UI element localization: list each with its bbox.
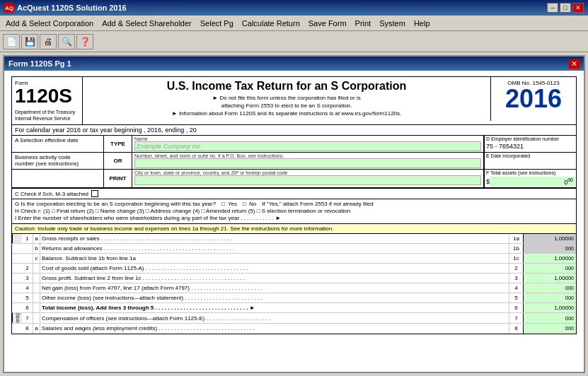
minimize-button[interactable]: – [547, 3, 558, 13]
income-row: 6Total income (loss). Add lines 3 throug… [12, 303, 576, 313]
maximize-button[interactable]: □ [560, 3, 571, 13]
e-section: E Date incorporated [484, 153, 576, 169]
question-g-row: G Is the corporation electing to be an S… [15, 201, 573, 207]
name-row-2: Business activity codenumber (see instru… [12, 153, 576, 170]
check-c-row: C Check if Sch. M-3 attached [11, 189, 577, 199]
question-i-row: I Enter the number of shareholders who w… [15, 215, 573, 221]
income-row: cBalance. Subtract line 1b from line 1a1… [12, 254, 576, 264]
income-amount[interactable]: 000 [523, 293, 576, 302]
name-input[interactable] [134, 141, 481, 151]
caution-box: Caution: Include only trade or business … [11, 224, 577, 234]
form-header-right: OMB No. 1545-0123 2016 [491, 77, 576, 114]
menu-help[interactable]: Help [410, 18, 434, 29]
f-section: F Total assets (see instructions) $ 000 [484, 170, 576, 187]
form-subtitle: ► Do not file this form unless the corpo… [88, 94, 485, 118]
toolbar-print[interactable]: 🖨 [40, 34, 57, 49]
form-header-left: Form 1120S Department of the TreasuryInt… [12, 77, 83, 124]
type-label: TYPE [110, 141, 125, 147]
menu-calculate-return[interactable]: Calculate Return [238, 18, 304, 29]
income-section-label [12, 234, 22, 243]
income-amount[interactable]: 000 [523, 244, 576, 253]
year-display: 2016 [494, 86, 573, 112]
name-row-1: A Selection effective date TYPE Name D E… [12, 136, 576, 153]
income-table: 1aGross receipts or sales . . . . . . . … [11, 234, 577, 334]
income-amount[interactable]: 1,00000 [523, 303, 576, 312]
income-row: 1aGross receipts or sales . . . . . . . … [12, 234, 576, 244]
menu-save-form[interactable]: Save Form [304, 18, 351, 29]
toolbar-help[interactable]: ❓ [76, 34, 93, 49]
menu-add-corporation[interactable]: Add & Select Corporation [1, 18, 98, 29]
street-container: Number, street, and room or suite no. If… [132, 153, 484, 169]
print-label: PRINT [104, 170, 132, 187]
income-row: ons)7Compensation of officers (see instr… [12, 313, 576, 324]
street-input[interactable] [134, 158, 481, 168]
ein-value: 75 - 7654321 [485, 142, 576, 151]
form-main-title: U.S. Income Tax Return for an S Corporat… [88, 80, 485, 93]
form-window: Form 1120S Pg 1 ✕ Form 1120S Department … [3, 55, 585, 373]
income-amount[interactable]: 1,00000 [523, 234, 576, 243]
form-header-center: U.S. Income Tax Return for an S Corporat… [83, 77, 491, 121]
section-a-label: A Selection effective date [12, 136, 104, 152]
title-bar: AQ AcQuest 1120S Solution 2016 – □ ✕ [0, 0, 588, 16]
name-row-3: PRINT City or town, state or province, c… [12, 170, 576, 188]
income-amount[interactable]: 1,00000 [523, 254, 576, 263]
f-label: F Total assets (see instructions) [485, 170, 576, 176]
total-assets: 000 [490, 177, 575, 187]
income-row: 3Gross profit. Subtract line 2 from line… [12, 274, 576, 283]
name-input-container: Name [132, 136, 484, 152]
income-amount[interactable]: 000 [523, 264, 576, 273]
menu-system[interactable]: System [375, 18, 410, 29]
street-label: Number, street, and room or suite no. If… [134, 153, 481, 158]
name-section: A Selection effective date TYPE Name D E… [11, 136, 577, 189]
app-title: AcQuest 1120S Solution 2016 [17, 4, 127, 12]
income-row: 4Net gain (loss) from Form 4797, line 17… [12, 283, 576, 293]
questions-section: G Is the corporation electing to be an S… [11, 199, 577, 224]
or-label: OR [104, 153, 132, 169]
close-button[interactable]: ✕ [572, 3, 584, 13]
city-input[interactable] [134, 175, 481, 185]
city-container: City or town, state or province, country… [132, 170, 484, 187]
menu-bar: Add & Select Corporation Add & Select Sh… [0, 16, 588, 31]
form-number: 1120S [15, 86, 79, 106]
menu-select-pg[interactable]: Select Pg [196, 18, 238, 29]
app-icon: AQ [4, 3, 14, 13]
toolbar: 📄 💾 🖨 🔍 ❓ [0, 31, 588, 52]
income-amount[interactable]: 000 [523, 313, 576, 323]
toolbar-save[interactable]: 💾 [21, 34, 38, 49]
form-content: Form 1120S Department of the TreasuryInt… [4, 71, 584, 372]
form-header: Form 1120S Department of the TreasuryInt… [11, 76, 577, 125]
income-row: 2Cost of goods sold (attach Form 1125-A)… [12, 264, 576, 274]
income-amount[interactable]: 000 [523, 283, 576, 293]
toolbar-search[interactable]: 🔍 [58, 34, 75, 49]
income-row: bReturns and allowances . . . . . . . . … [12, 244, 576, 254]
menu-print[interactable]: Print [351, 18, 376, 29]
d-section: D Employer identification number 75 - 76… [484, 136, 576, 152]
form-close-button[interactable]: ✕ [569, 59, 580, 69]
e-label: E Date incorporated [485, 153, 576, 159]
d-label: D Employer identification number [485, 136, 576, 142]
checkbox-c[interactable] [91, 190, 98, 197]
calendar-year-row: For calendar year 2016 or tax year begin… [11, 125, 577, 136]
dept-text: Department of the TreasuryInternal Reven… [15, 109, 79, 122]
section-b-label: Business activity codenumber (see instru… [12, 153, 104, 169]
irs-form: Form 1120S Department of the TreasuryInt… [4, 71, 584, 340]
income-row: 8aSalaries and wages (less employment cr… [12, 324, 576, 334]
type-col: TYPE [104, 136, 132, 152]
question-h-row: H Check r: (1) □ Final return (2) □ Name… [15, 208, 573, 214]
menu-add-shareholder[interactable]: Add & Select Shareholder [98, 18, 196, 29]
income-row: 5Other income (loss) (see instructions—a… [12, 293, 576, 303]
form-title-bar: Form 1120S Pg 1 ✕ [4, 57, 584, 71]
city-label: City or town, state or province, country… [134, 170, 481, 175]
deductions-section-label: ons) [12, 313, 22, 323]
toolbar-new[interactable]: 📄 [3, 34, 20, 49]
income-amount[interactable]: 1,00000 [523, 274, 576, 283]
income-amount[interactable]: 000 [523, 324, 576, 334]
name-field-label: Name [134, 136, 481, 141]
form-window-title: Form 1120S Pg 1 [8, 59, 71, 68]
